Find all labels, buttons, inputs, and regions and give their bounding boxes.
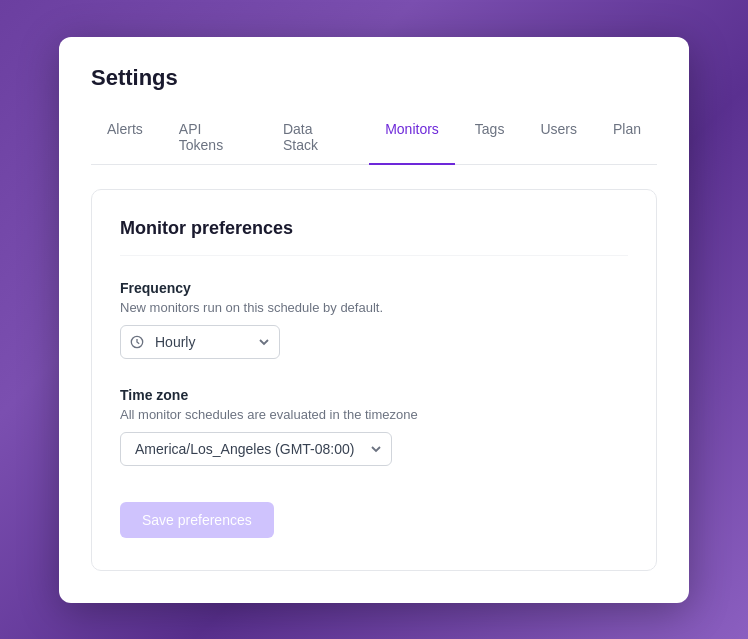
frequency-select-wrapper: Hourly Minutely Daily Weekly — [120, 325, 280, 359]
window-header: Settings Alerts API Tokens Data Stack Mo… — [59, 37, 689, 165]
tab-tags[interactable]: Tags — [459, 111, 521, 165]
window-body: Monitor preferences Frequency New monito… — [59, 165, 689, 603]
timezone-label: Time zone — [120, 387, 628, 403]
frequency-label: Frequency — [120, 280, 628, 296]
settings-window: Settings Alerts API Tokens Data Stack Mo… — [59, 37, 689, 603]
frequency-select[interactable]: Hourly Minutely Daily Weekly — [120, 325, 280, 359]
timezone-select-wrapper: America/Los_Angeles (GMT-08:00) America/… — [120, 432, 392, 466]
timezone-section: Time zone All monitor schedules are eval… — [120, 387, 628, 466]
tab-data-stack[interactable]: Data Stack — [267, 111, 365, 165]
tab-alerts[interactable]: Alerts — [91, 111, 159, 165]
page-title: Settings — [91, 65, 657, 91]
card-title: Monitor preferences — [120, 218, 628, 256]
tabs-nav: Alerts API Tokens Data Stack Monitors Ta… — [91, 111, 657, 165]
tab-api-tokens[interactable]: API Tokens — [163, 111, 263, 165]
tab-monitors[interactable]: Monitors — [369, 111, 455, 165]
monitor-preferences-card: Monitor preferences Frequency New monito… — [91, 189, 657, 571]
save-preferences-button[interactable]: Save preferences — [120, 502, 274, 538]
tab-users[interactable]: Users — [524, 111, 593, 165]
timezone-description: All monitor schedules are evaluated in t… — [120, 407, 628, 422]
frequency-description: New monitors run on this schedule by def… — [120, 300, 628, 315]
timezone-select[interactable]: America/Los_Angeles (GMT-08:00) America/… — [120, 432, 392, 466]
tab-plan[interactable]: Plan — [597, 111, 657, 165]
frequency-section: Frequency New monitors run on this sched… — [120, 280, 628, 359]
